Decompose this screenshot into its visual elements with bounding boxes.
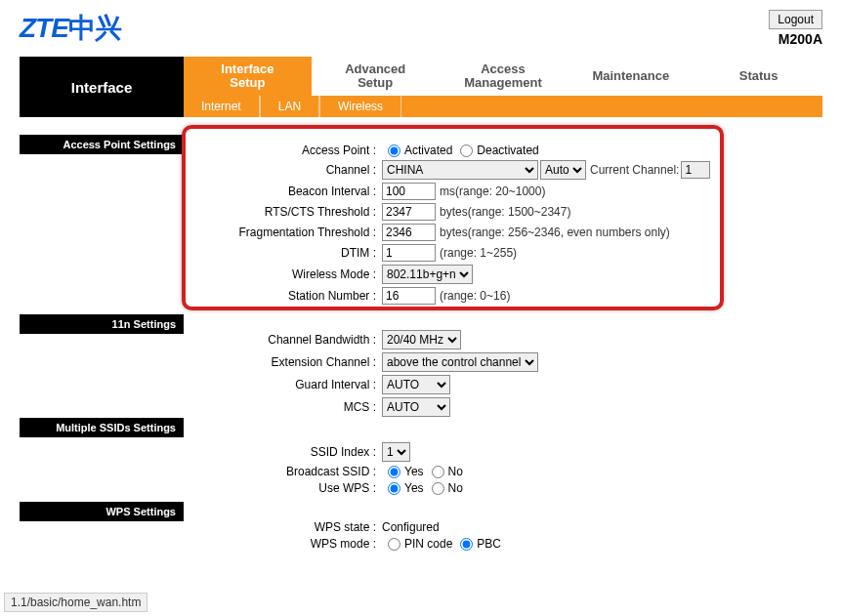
bandwidth-select[interactable]: 20/40 MHz xyxy=(382,330,461,349)
ext-channel-select[interactable]: above the control channel xyxy=(382,352,538,372)
wps-pin-radio[interactable] xyxy=(388,538,400,551)
usewps-yes-radio[interactable] xyxy=(388,482,400,495)
deactivated-label: Deactivated xyxy=(477,144,538,157)
channel-auto-select[interactable]: Auto xyxy=(540,160,586,180)
usewps-no-radio[interactable] xyxy=(432,482,444,495)
subtab-lan[interactable]: LAN xyxy=(260,96,319,117)
section-ssid: Multiple SSIDs Settings xyxy=(20,418,184,437)
section-wps: WPS Settings xyxy=(20,502,184,521)
channel-country-select[interactable]: CHINA xyxy=(382,160,538,180)
wps-mode-label: WPS mode : xyxy=(191,537,382,551)
station-label: Station Number : xyxy=(191,289,382,303)
section-access-point: Access Point Settings xyxy=(20,135,184,154)
mcs-label: MCS : xyxy=(191,400,382,414)
broadcast-ssid-label: Broadcast SSID : xyxy=(191,465,382,478)
access-point-activated-radio[interactable] xyxy=(388,144,400,157)
rts-label: RTS/CTS Threshold : xyxy=(191,205,382,219)
wps-state-value: Configured xyxy=(382,520,440,534)
frag-input[interactable] xyxy=(382,224,436,241)
section-11n: 11n Settings xyxy=(20,314,184,334)
beacon-label: Beacon Interval : xyxy=(191,185,382,198)
no-label: No xyxy=(448,465,463,478)
ssid-index-label: SSID Index : xyxy=(191,445,382,459)
yes-label: Yes xyxy=(404,465,424,478)
dtim-input[interactable] xyxy=(382,244,436,262)
yes-label-2: Yes xyxy=(404,481,424,495)
frag-label: Fragmentation Threshold : xyxy=(191,226,382,239)
broadcast-yes-radio[interactable] xyxy=(388,466,400,478)
wireless-mode-select[interactable]: 802.11b+g+n xyxy=(382,265,473,284)
logout-button[interactable]: Logout xyxy=(769,10,822,29)
subtab-internet[interactable]: Internet xyxy=(184,96,260,117)
ext-channel-label: Extension Channel : xyxy=(191,355,382,369)
pin-label: PIN code xyxy=(404,537,452,551)
broadcast-no-radio[interactable] xyxy=(432,466,444,478)
bandwidth-label: Channel Bandwidth : xyxy=(191,333,382,347)
model-label: M200A xyxy=(769,31,822,47)
mcs-select[interactable]: AUTO xyxy=(382,397,450,417)
channel-label: Channel : xyxy=(191,163,382,177)
station-hint: (range: 0~16) xyxy=(440,289,510,303)
pbc-label: PBC xyxy=(477,537,501,551)
status-bar-url: 1.1/basic/home_wan.htm xyxy=(4,593,147,612)
ssid-index-select[interactable]: 1 xyxy=(382,442,410,462)
wps-state-label: WPS state : xyxy=(191,520,382,534)
guard-interval-select[interactable]: AUTO xyxy=(382,375,450,394)
current-channel-value xyxy=(681,161,710,179)
no-label-2: No xyxy=(448,481,463,495)
use-wps-label: Use WPS : xyxy=(191,481,382,495)
tab-interface-setup[interactable]: Interface Setup xyxy=(184,57,312,96)
tab-advanced-setup[interactable]: Advanced Setup xyxy=(312,57,440,96)
page-title: Interface xyxy=(20,57,184,117)
beacon-hint: ms(range: 20~1000) xyxy=(440,185,545,198)
tab-status[interactable]: Status xyxy=(695,57,822,96)
station-input[interactable] xyxy=(382,287,436,305)
access-point-label: Access Point : xyxy=(191,144,382,157)
wireless-mode-label: Wireless Mode : xyxy=(191,267,382,281)
tab-maintenance[interactable]: Maintenance xyxy=(567,57,695,96)
wps-pbc-radio[interactable] xyxy=(460,538,473,551)
beacon-input[interactable] xyxy=(382,183,436,200)
frag-hint: bytes(range: 256~2346, even numbers only… xyxy=(440,226,670,239)
tab-access-management[interactable]: Access Management xyxy=(440,57,568,96)
current-channel-label: Current Channel: xyxy=(590,163,679,177)
guard-interval-label: Guard Interval : xyxy=(191,378,382,391)
subtab-wireless[interactable]: Wireless xyxy=(319,96,401,117)
dtim-hint: (range: 1~255) xyxy=(440,246,517,260)
brand-logo: ZTE中兴 xyxy=(20,10,121,47)
activated-label: Activated xyxy=(404,144,452,157)
access-point-deactivated-radio[interactable] xyxy=(460,144,473,157)
rts-hint: bytes(range: 1500~2347) xyxy=(440,205,570,219)
rts-input[interactable] xyxy=(382,203,436,221)
dtim-label: DTIM : xyxy=(191,246,382,260)
